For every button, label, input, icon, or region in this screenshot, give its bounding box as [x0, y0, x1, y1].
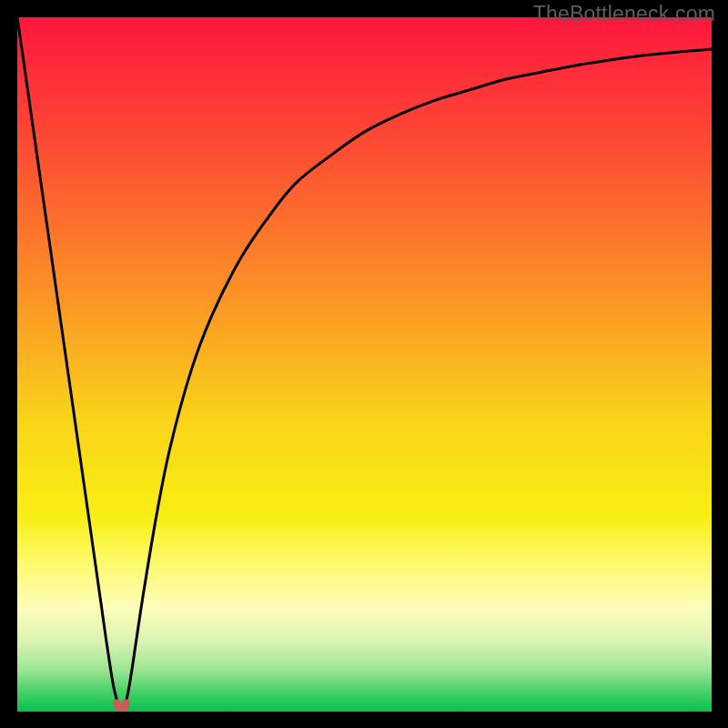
gradient-background — [17, 17, 712, 712]
bottleneck-chart — [17, 17, 712, 712]
watermark-text: TheBottleneck.com — [533, 2, 715, 26]
chart-container: TheBottleneck.com — [0, 0, 728, 728]
plot-area — [17, 17, 712, 712]
